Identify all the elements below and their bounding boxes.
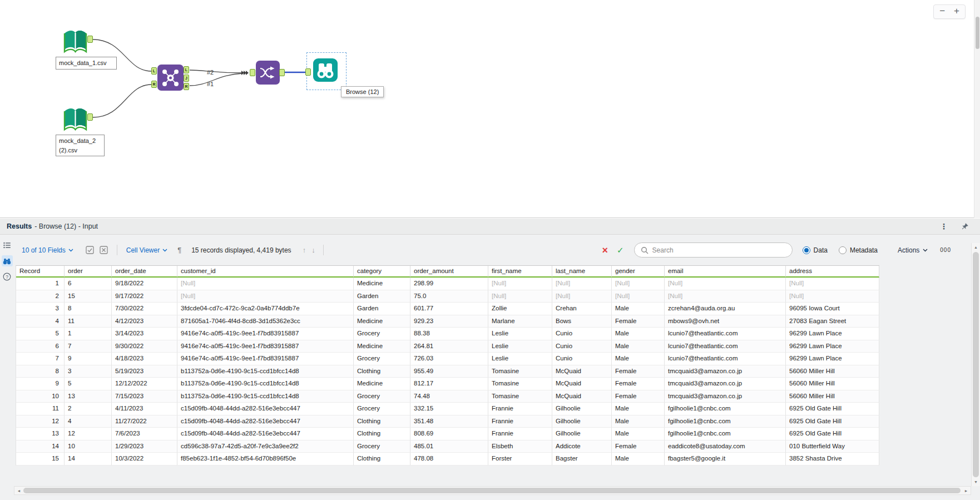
table-cell[interactable]: 298.99 <box>410 278 488 290</box>
table-cell[interactable]: Medicine <box>354 278 410 290</box>
table-cell[interactable]: 96299 Lawn Place <box>786 328 879 340</box>
browse-tool[interactable] <box>312 56 339 86</box>
table-cell[interactable]: Grocery <box>354 328 410 340</box>
table-cell[interactable]: 1 <box>16 278 65 290</box>
table-cell[interactable]: 3/14/2023 <box>112 328 177 340</box>
table-cell[interactable]: Bows <box>552 315 612 328</box>
table-cell[interactable]: lcunio7@theatlantic.com <box>665 353 786 365</box>
table-cell[interactable]: Male <box>612 328 665 340</box>
table-cell[interactable]: Tomasine <box>488 390 552 403</box>
table-cell[interactable]: Medicine <box>354 378 410 390</box>
table-cell[interactable]: 601.77 <box>410 303 488 315</box>
table-cell[interactable]: Male <box>612 415 665 428</box>
table-cell[interactable]: Tomasine <box>488 378 552 390</box>
pilcrow-icon[interactable]: ¶ <box>177 246 181 254</box>
table-cell[interactable]: 9 <box>16 378 65 390</box>
table-cell[interactable]: Frannie <box>488 415 552 428</box>
zoom-in-button[interactable]: + <box>954 6 959 17</box>
fields-dropdown[interactable]: 10 of 10 Fields <box>22 246 73 254</box>
config-list-icon[interactable] <box>2 240 13 251</box>
table-cell[interactable]: 7/30/2022 <box>112 303 177 315</box>
table-cell[interactable]: 7/6/2023 <box>112 428 177 440</box>
h-scrollbar-thumb[interactable] <box>23 488 961 493</box>
column-header-customer_id[interactable]: customer_id <box>177 266 354 278</box>
table-cell[interactable]: 12/12/2022 <box>112 378 177 390</box>
table-cell[interactable]: Addicote <box>552 440 612 453</box>
table-cell[interactable]: [Null] <box>665 290 786 303</box>
table-cell[interactable]: Cunio <box>552 353 612 365</box>
table-cell[interactable]: 2 <box>65 403 112 415</box>
table-cell[interactable]: Clothing <box>354 453 410 466</box>
table-cell[interactable]: Bagster <box>552 453 612 466</box>
select-all-fields-icon[interactable] <box>86 246 94 254</box>
table-cell[interactable]: 6925 Old Gate Hill <box>786 403 879 415</box>
clear-filter-icon[interactable]: × <box>602 246 608 255</box>
table-cell[interactable]: Elsbeth <box>488 440 552 453</box>
table-cell[interactable]: Cunio <box>552 328 612 340</box>
table-cell[interactable]: 6 <box>65 278 112 290</box>
table-cell[interactable]: 7 <box>16 353 65 365</box>
more-options-icon[interactable]: ⋮ <box>940 222 948 231</box>
table-cell[interactable]: 5 <box>16 328 65 340</box>
table-cell[interactable]: Female <box>612 378 665 390</box>
table-cell[interactable]: 010 Butterfield Way <box>786 440 879 453</box>
table-cell[interactable]: tmcquaid3@amazon.co.jp <box>665 378 786 390</box>
table-cell[interactable]: 96299 Lawn Place <box>786 340 879 353</box>
table-cell[interactable]: 3 <box>65 365 112 378</box>
table-cell[interactable]: 3852 Shasta Drive <box>786 453 879 466</box>
table-cell[interactable]: Male <box>612 453 665 466</box>
table-row[interactable]: 513/14/20239416e74c-a0f5-419c-9ee1-f7bd8… <box>16 328 879 340</box>
table-cell[interactable]: [Null] <box>488 290 552 303</box>
cell-viewer-dropdown[interactable]: Cell Viewer <box>126 246 167 254</box>
join-output-anchor-r[interactable]: R <box>184 83 189 90</box>
table-cell[interactable]: fgilhoolie1@cnbc.com <box>665 403 786 415</box>
table-cell[interactable]: fgilhoolie1@cnbc.com <box>665 415 786 428</box>
table-row[interactable]: 169/18/2022[Null]Medicine298.99[Null][Nu… <box>16 278 879 290</box>
table-cell[interactable]: Leslie <box>488 340 552 353</box>
search-input[interactable] <box>652 246 786 254</box>
table-cell[interactable]: [Null] <box>786 278 879 290</box>
table-cell[interactable]: 5/19/2023 <box>112 365 177 378</box>
input1-output-anchor[interactable] <box>87 36 93 43</box>
table-cell[interactable]: fbagster5@google.it <box>665 453 786 466</box>
table-cell[interactable]: Tomasine <box>488 365 552 378</box>
table-cell[interactable]: 9416e74c-a0f5-419c-9ee1-f7bd83915887 <box>177 328 354 340</box>
table-cell[interactable]: 3 <box>16 303 65 315</box>
join-tool[interactable] <box>157 65 184 93</box>
table-cell[interactable]: Medicine <box>354 340 410 353</box>
search-box[interactable] <box>634 242 793 258</box>
table-cell[interactable]: 56060 Miller Hill <box>786 365 879 378</box>
table-cell[interactable]: 6925 Old Gate Hill <box>786 428 879 440</box>
table-cell[interactable]: 13 <box>16 428 65 440</box>
scroll-up-icon[interactable]: ▲ <box>972 243 980 251</box>
table-cell[interactable]: 27083 Eagan Street <box>786 315 879 328</box>
column-header-order_amount[interactable]: order_amount <box>410 266 488 278</box>
union-tool[interactable] <box>256 61 280 87</box>
table-cell[interactable]: Male <box>612 353 665 365</box>
table-cell[interactable]: tmcquaid3@amazon.co.jp <box>665 365 786 378</box>
table-cell[interactable]: Cunio <box>552 340 612 353</box>
table-cell[interactable]: b113752a-0d6e-4190-9c15-ccd1bfcc14d8 <box>177 378 354 390</box>
table-cell[interactable]: Grocery <box>354 440 410 453</box>
table-cell[interactable]: 9416e74c-a0f5-419c-9ee1-f7bd83915887 <box>177 353 354 365</box>
table-cell[interactable]: 351.48 <box>410 415 488 428</box>
table-cell[interactable]: f85eb623-1f1e-4852-bf54-6d70b896f50e <box>177 453 354 466</box>
table-cell[interactable]: c15d09fb-4048-44dd-a282-516e3ebcc447 <box>177 415 354 428</box>
table-cell[interactable]: cd596c38-97a7-42d5-a20f-7e9c3a9ee2f2 <box>177 440 354 453</box>
table-cell[interactable]: Grocery <box>354 403 410 415</box>
table-cell[interactable]: McQuaid <box>552 378 612 390</box>
table-cell[interactable]: 929.23 <box>410 315 488 328</box>
table-cell[interactable]: Garden <box>354 290 410 303</box>
canvas-vertical-scrollbar[interactable] <box>974 0 980 218</box>
table-cell[interactable]: Garden <box>354 303 410 315</box>
table-cell[interactable]: 13 <box>65 390 112 403</box>
union-output-anchor[interactable] <box>279 69 285 76</box>
workflow-canvas[interactable]: − + mock_data_1.csv mock_data_2 (2).csv <box>0 0 980 218</box>
table-cell[interactable]: 332.15 <box>410 403 488 415</box>
scroll-right-icon[interactable]: ► <box>962 489 971 493</box>
table-cell[interactable]: 5 <box>65 378 112 390</box>
table-row[interactable]: 2159/17/2022[Null]Garden75.0[Null][Null]… <box>16 290 879 303</box>
table-cell[interactable]: 9416e74c-a0f5-419c-9ee1-f7bd83915887 <box>177 340 354 353</box>
table-row[interactable]: 9512/12/2022b113752a-0d6e-4190-9c15-ccd1… <box>16 378 879 390</box>
column-header-category[interactable]: category <box>354 266 410 278</box>
